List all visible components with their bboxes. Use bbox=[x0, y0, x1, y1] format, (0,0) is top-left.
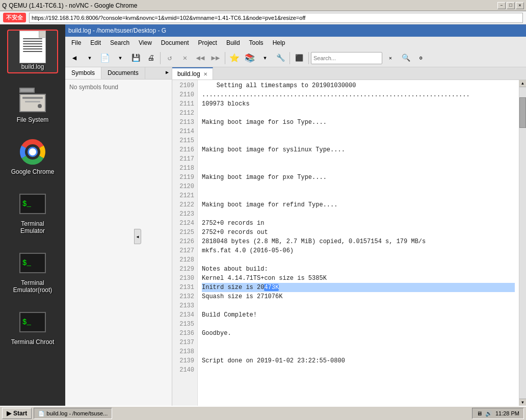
url-input[interactable] bbox=[29, 13, 523, 23]
gedit-menu-bar: File Edit Search View Document Project B… bbox=[65, 37, 526, 49]
log-line: 2752+0 records in bbox=[202, 219, 515, 228]
window-title: QEMU (1.41-TC6.1) - noVNC - Google Chrom… bbox=[9, 2, 137, 9]
log-line bbox=[202, 365, 515, 375]
scroll-down-btn[interactable]: ▼ bbox=[519, 399, 526, 406]
tab-documents[interactable]: Documents bbox=[101, 67, 145, 79]
panel-tabs: Symbols Documents ▶ bbox=[65, 67, 172, 80]
menu-help[interactable]: Help bbox=[269, 38, 290, 47]
toolbar-stop-btn[interactable]: ✕ bbox=[178, 51, 192, 65]
menu-view[interactable]: View bbox=[135, 38, 156, 47]
panels-area: Symbols Documents ▶ No symbols found ◀ b… bbox=[65, 67, 526, 406]
terminal-chroot-icon-img: $_ bbox=[18, 308, 47, 336]
taskbar-item-build-log[interactable]: 📄 build.log - /home/tsuse... bbox=[34, 408, 112, 419]
doc-line bbox=[23, 51, 42, 52]
toolbar-undo-btn[interactable]: ↺ bbox=[163, 51, 177, 65]
line-number: 2133 bbox=[172, 301, 197, 310]
toolbar-save-btn[interactable]: 💾 bbox=[128, 51, 143, 65]
line-number: 2135 bbox=[172, 320, 197, 329]
log-line bbox=[202, 127, 515, 136]
volume-icon: 🔊 bbox=[485, 410, 492, 417]
desktop-icon-google-chrome[interactable]: Google Chrome bbox=[7, 136, 58, 177]
menu-file[interactable]: File bbox=[67, 38, 85, 47]
log-content[interactable]: 2109211021112112211321142115211621172118… bbox=[172, 80, 526, 406]
line-number: 2137 bbox=[172, 338, 197, 347]
toolbar-dropdown-btn[interactable]: ▾ bbox=[83, 51, 97, 65]
toolbar-plugin-btn[interactable]: 🔧 bbox=[273, 51, 287, 65]
desktop-icon-build-log[interactable]: build.log bbox=[7, 30, 58, 73]
menu-search[interactable]: Search bbox=[106, 38, 134, 47]
taskbar-clock: 11:28 PM bbox=[495, 410, 519, 416]
close-button[interactable]: ✕ bbox=[516, 2, 524, 9]
line-number: 2140 bbox=[172, 365, 197, 375]
log-line: Notes about build: bbox=[202, 265, 515, 274]
tab-symbols[interactable]: Symbols bbox=[65, 67, 101, 79]
toolbar-clear-search-btn[interactable]: ✕ bbox=[383, 51, 398, 65]
log-line: ........................................… bbox=[202, 90, 515, 99]
desktop-icon-file-system[interactable]: File System bbox=[7, 84, 58, 125]
build-log-icon-img bbox=[18, 33, 47, 61]
toolbar-search-input[interactable] bbox=[311, 52, 382, 64]
line-number: 2131 bbox=[172, 283, 197, 292]
log-line bbox=[202, 164, 515, 173]
toolbar-print-btn[interactable]: 🖨 bbox=[144, 51, 158, 65]
line-number: 2125 bbox=[172, 228, 197, 237]
panel-arrow[interactable]: ▶ bbox=[163, 67, 172, 79]
maximize-button[interactable]: □ bbox=[507, 2, 515, 9]
editor-tab-build-log[interactable]: build.log ✕ bbox=[172, 67, 213, 80]
line-number: 2132 bbox=[172, 292, 197, 301]
toolbar: ◀ ▾ 📄 ▾ 💾 🖨 ↺ ✕ ◀◀ ▶▶ ⭐ 📚 ▾ 🔧 ⬛ ✕ 🔍 ⚙ bbox=[65, 49, 526, 67]
line-number: 2118 bbox=[172, 164, 197, 173]
editor-tabs: build.log ✕ bbox=[172, 67, 526, 80]
log-line: 2752+0 records out bbox=[202, 228, 515, 237]
toolbar-terminal-btn[interactable]: ⬛ bbox=[292, 51, 306, 65]
symbols-empty-text: No symbols found bbox=[69, 84, 118, 91]
line-number: 2112 bbox=[172, 109, 197, 118]
desktop-icon-terminal-root[interactable]: $_ Terminal Emulator(root) bbox=[7, 247, 58, 296]
log-line bbox=[202, 347, 515, 356]
desktop-icon-terminal-chroot[interactable]: $_ Terminal Chroot bbox=[7, 306, 58, 348]
log-line: Making boot image for iso Type.... bbox=[202, 118, 515, 127]
scrollbar-thumb[interactable] bbox=[519, 97, 526, 128]
toolbar-bookmark2-btn[interactable]: 📚 bbox=[243, 51, 257, 65]
toolbar-open-btn[interactable]: 📄 bbox=[98, 51, 112, 65]
toolbar-bookmark-btn[interactable]: ⭐ bbox=[227, 51, 242, 65]
line-number: 2119 bbox=[172, 173, 197, 182]
scrollbar[interactable]: ▲ ▼ bbox=[519, 80, 526, 406]
line-number: 2139 bbox=[172, 356, 197, 365]
log-line: Initrd size is 20473K bbox=[202, 283, 515, 292]
toolbar-sep-2 bbox=[225, 52, 225, 64]
tab-close-btn[interactable]: ✕ bbox=[203, 71, 207, 77]
doc-line bbox=[23, 38, 42, 39]
terminal-chroot-prompt: $_ bbox=[22, 318, 31, 326]
log-line bbox=[202, 109, 515, 118]
toolbar-bookmark-dropdown-btn[interactable]: ▾ bbox=[258, 51, 272, 65]
fs-icon-body bbox=[19, 94, 46, 112]
log-line bbox=[202, 191, 515, 200]
toolbar-prev-btn[interactable]: ◀◀ bbox=[193, 51, 207, 65]
toolbar-open-dropdown-btn[interactable]: ▾ bbox=[113, 51, 127, 65]
start-button[interactable]: ▶ Start bbox=[2, 408, 32, 419]
panel-toggle-button[interactable]: ◀ bbox=[134, 229, 141, 244]
menu-tools[interactable]: Tools bbox=[245, 38, 268, 47]
toolbar-next-btn[interactable]: ▶▶ bbox=[208, 51, 223, 65]
line-numbers: 2109211021112112211321142115211621172118… bbox=[172, 80, 198, 406]
start-label: Start bbox=[13, 410, 27, 417]
menu-document[interactable]: Document bbox=[157, 38, 193, 47]
toolbar-search-settings-btn[interactable]: ⚙ bbox=[414, 51, 428, 65]
editor-tab-label: build.log bbox=[177, 70, 200, 77]
menu-project[interactable]: Project bbox=[194, 38, 221, 47]
menu-edit[interactable]: Edit bbox=[86, 38, 105, 47]
line-number: 2122 bbox=[172, 200, 197, 209]
taskbar-item-label: build.log - /home/tsuse... bbox=[46, 410, 108, 416]
toolbar-sep-1 bbox=[160, 52, 161, 64]
menu-build[interactable]: Build bbox=[222, 38, 244, 47]
line-number: 2115 bbox=[172, 136, 197, 145]
toolbar-back-btn[interactable]: ◀ bbox=[67, 51, 82, 65]
line-number: 2124 bbox=[172, 219, 197, 228]
desktop-icon-terminal[interactable]: $_ Terminal Emulator bbox=[7, 188, 58, 237]
line-number: 2134 bbox=[172, 310, 197, 320]
minimize-button[interactable]: – bbox=[497, 2, 506, 9]
toolbar-search-go-btn[interactable]: 🔍 bbox=[399, 51, 413, 65]
terminal-icon-img: $_ bbox=[18, 190, 47, 218]
scroll-up-btn[interactable]: ▲ bbox=[519, 80, 526, 87]
